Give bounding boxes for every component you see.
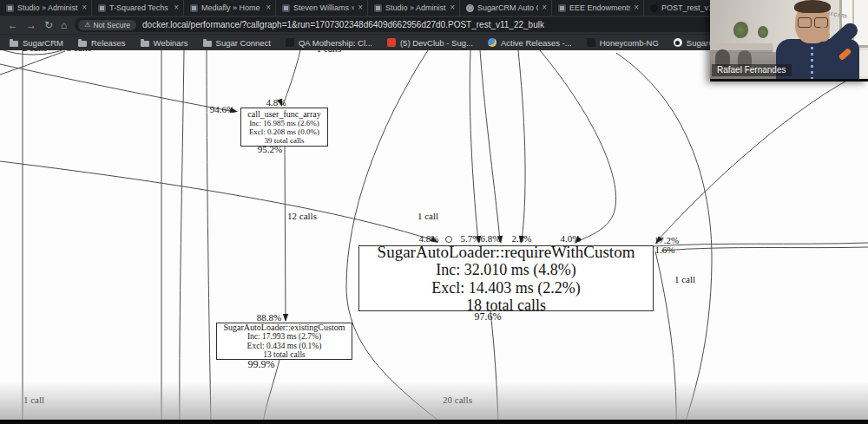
url-text[interactable]: docker.local/performance/?callgraph=1&ru…: [142, 20, 544, 29]
person-hand: [816, 27, 830, 42]
node-calls: 18 total calls: [359, 297, 653, 314]
browser-tab-1[interactable]: Studio » Administ×: [0, 0, 92, 16]
edge-label: 1.6%: [655, 245, 675, 255]
folder-icon: [78, 41, 87, 47]
bookmark-label: Webinars: [154, 38, 188, 48]
bookmark-item[interactable]: Releases: [78, 38, 126, 48]
edge-label: 94.6%: [210, 104, 234, 114]
sugar-favicon-icon: [98, 4, 106, 12]
tab-title: T-Squared Techs »: [109, 3, 170, 12]
browser-tab-4[interactable]: Steven Williams »×: [276, 0, 368, 16]
webcam-overlay: sugarcrm Rafael Fernandes: [710, 0, 868, 82]
edge-label: 12 calls: [287, 211, 317, 221]
bookmark-label: Honeycomb-NG: [600, 38, 659, 48]
warning-icon: ⚠: [84, 21, 90, 29]
edge-label: 1 call: [674, 274, 695, 284]
forward-icon[interactable]: →: [26, 20, 36, 30]
edge-label: 2.5%: [512, 233, 532, 244]
edge-label: 97.6%: [475, 310, 502, 323]
tab-title: Studio » Administ: [17, 3, 78, 12]
edge-label: 95.2%: [258, 144, 282, 154]
sugar-favicon-icon: [6, 4, 14, 12]
node-excl: Excl: 0.434 ms (0.1%): [217, 342, 352, 351]
browser-tab-3[interactable]: Mediafly » Home »×: [184, 0, 276, 16]
sugar-favicon-icon: [374, 4, 382, 12]
tab-close-icon[interactable]: ×: [542, 3, 547, 12]
node-title: SugarAutoLoader::requireWithCustom: [359, 243, 653, 261]
tab-title: SugarCRM Auto G: [477, 3, 538, 12]
security-chip[interactable]: ⚠ Not Secure: [78, 20, 136, 30]
node-inc: Inc: 32.010 ms (4.8%): [359, 261, 653, 278]
callgraph-node-requireWithCustom: SugarAutoLoader::requireWithCustomInc: 3…: [358, 245, 654, 311]
bookmark-item[interactable]: Webinars: [141, 38, 188, 48]
dark-favicon-icon: [650, 4, 658, 12]
bookmark-item[interactable]: Active Releases -...: [488, 38, 572, 48]
node-inc: Inc: 17.993 ms (2.7%): [217, 332, 352, 342]
edge-label: 99.9%: [248, 358, 275, 371]
folder-icon: [10, 41, 18, 47]
bookmark-label: (5) DevClub - Sug...: [400, 38, 473, 48]
home-icon[interactable]: ⌂: [61, 20, 67, 30]
browser-tab-2[interactable]: T-Squared Techs »×: [92, 0, 184, 16]
bookmark-item[interactable]: (5) DevClub - Sug...: [387, 38, 473, 48]
browser-window: Studio » Administ×T-Squared Techs »×Medi…: [0, 0, 868, 424]
bookmark-label: Releases: [91, 38, 126, 48]
sugar-favicon-icon: [190, 4, 198, 12]
folder-icon: [141, 41, 149, 47]
node-inc: Inc: 16.985 ms (2.6%): [241, 119, 327, 127]
node-excl: Excl: 14.403 ms (2.2%): [359, 279, 653, 297]
bookmark-label: SugarCRM: [23, 38, 63, 48]
tab-title: Steven Williams »: [293, 3, 354, 12]
blue-icon: [488, 38, 496, 47]
edge-label: 6.8%: [481, 233, 501, 244]
callgraph-node-call_user_func_array: call_user_func_arrayInc: 16.985 ms (2.6%…: [240, 108, 328, 147]
bookmark-item[interactable]: Sugar Connect: [203, 38, 271, 48]
tab-title: Mediafly » Home »: [201, 3, 262, 12]
tab-close-icon[interactable]: ×: [358, 3, 363, 12]
bookmark-item[interactable]: SugarCRM: [10, 38, 63, 48]
globe-favicon-icon: [466, 4, 474, 12]
webcam-name-label: Rafael Fernandes: [712, 64, 792, 76]
edge-dot-marker: [446, 237, 452, 243]
node-excl: Excl: 0.208 ms (0.0%): [241, 127, 327, 136]
tab-close-icon[interactable]: ×: [174, 3, 179, 12]
tab-title: EEE Endowments: [569, 3, 630, 12]
red-icon: [387, 38, 396, 47]
shirt-zipper: [811, 47, 813, 79]
edge-label: 4.8%: [419, 233, 439, 244]
bookmark-label: QA Mothership: Cl...: [299, 38, 372, 48]
node-calls: 13 total calls: [217, 350, 352, 360]
dark-icon: [587, 38, 595, 47]
reload-icon[interactable]: ↻: [44, 20, 53, 30]
browser-tab-5[interactable]: Studio » Administ×: [368, 0, 460, 16]
security-chip-label: Not Secure: [93, 21, 130, 29]
bookmark-item[interactable]: QA Mothership: Cl...: [286, 38, 372, 48]
bookmark-label: Active Releases -...: [501, 38, 572, 48]
node-calls: 39 total calls: [241, 136, 327, 145]
back-icon[interactable]: ←: [8, 20, 18, 30]
bookmark-item[interactable]: Honeycomb-NG: [587, 38, 659, 48]
person-hair: [794, 0, 831, 13]
node-title: call_user_func_array: [241, 109, 327, 119]
plant: [733, 22, 748, 38]
tab-close-icon[interactable]: ×: [82, 3, 87, 12]
browser-tab-6[interactable]: SugarCRM Auto G×: [460, 0, 552, 16]
github-icon: [674, 38, 682, 47]
edge-label: 1 call: [418, 211, 438, 221]
sugar-favicon-icon: [558, 4, 566, 12]
sugar-favicon-icon: [282, 4, 290, 12]
browser-tab-7[interactable]: EEE Endowments×: [552, 0, 644, 16]
edge-label: 4.0%: [561, 233, 581, 244]
node-title: SugarAutoLoader::existingCustom: [217, 323, 352, 332]
glasses-lens: [798, 17, 812, 28]
tab-close-icon[interactable]: ×: [266, 3, 271, 12]
bottom-fade: [0, 382, 868, 420]
edge-label: 2 calls: [23, 50, 47, 53]
edge-label: 88.8%: [257, 312, 281, 323]
tab-close-icon[interactable]: ×: [450, 3, 455, 12]
edge-label: 4.8%: [266, 97, 286, 108]
bookmark-label: Sugar Connect: [216, 38, 271, 48]
plant: [758, 26, 768, 38]
edge-label: 5 calls: [67, 50, 91, 53]
tab-close-icon[interactable]: ×: [634, 3, 639, 12]
